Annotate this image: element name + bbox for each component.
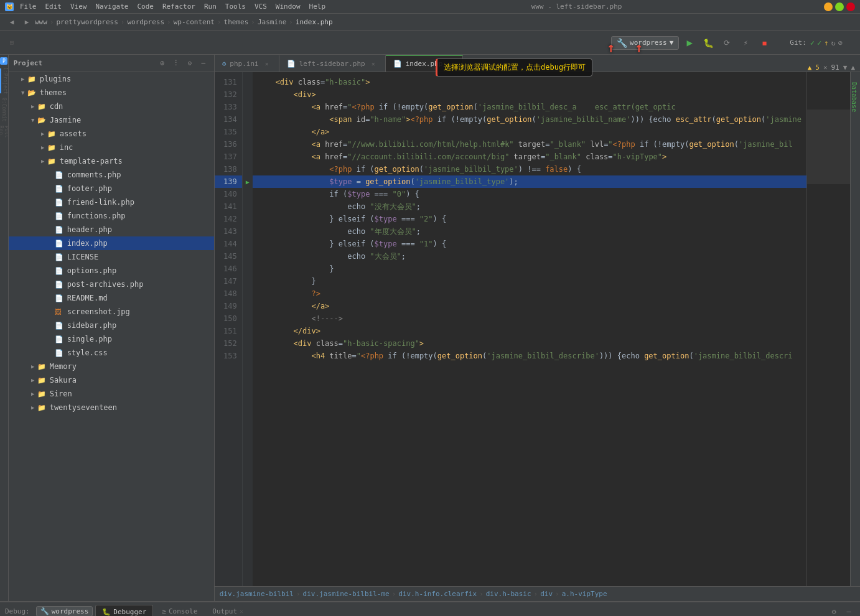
code-content[interactable]: <div class="h-basic"> <div> <a href="<?p… [253, 72, 806, 586]
bc-a-viptype[interactable]: a.h-vipType [562, 590, 607, 598]
tree-item-siren[interactable]: ▶ 📁 Siren [9, 387, 214, 401]
run-button[interactable]: ▶ [681, 35, 698, 51]
tree-item-functions[interactable]: 📄 functions.php [9, 209, 214, 223]
tree-item-header[interactable]: 📄 header.php [9, 223, 214, 236]
git-stop[interactable]: ⊘ [838, 39, 843, 47]
tree-item-style[interactable]: 📄 style.css [9, 346, 214, 360]
git-arrow2[interactable]: ↻ [831, 39, 836, 47]
nav-forward[interactable]: ▶ [20, 16, 34, 29]
bc-h-info[interactable]: div.h-info.clearfix [398, 590, 477, 598]
post-archives-file-icon: 📄 [55, 281, 65, 289]
bc-themes[interactable]: themes [224, 18, 249, 26]
nav-back[interactable]: ◀ [5, 16, 19, 29]
tree-item-post-archives[interactable]: 📄 post-archives.php [9, 278, 214, 291]
stop-button[interactable]: ◼ [756, 35, 772, 51]
tree-item-index[interactable]: 📄 index.php [9, 236, 214, 250]
menu-edit[interactable]: Edit [42, 1, 66, 12]
phpini-tab-close[interactable]: ✕ [263, 59, 271, 68]
bc-www[interactable]: www [35, 18, 47, 26]
menu-file[interactable]: File [16, 1, 40, 12]
menu-run[interactable]: Run [200, 1, 220, 12]
ln-153: 153 [215, 350, 242, 362]
debug-config-selector[interactable]: 🔧 wordpress [36, 606, 93, 616]
tree-item-template-parts[interactable]: ▶ 📁 template-parts [9, 154, 214, 168]
tree-item-friend-link[interactable]: 📄 friend-link.php [9, 195, 214, 209]
activity-project-label[interactable]: 1:Project [0, 68, 7, 93]
git-arrow[interactable]: ↑ [824, 39, 828, 47]
debug-button[interactable]: 🐛 [700, 35, 716, 51]
output-tab-close[interactable]: ✕ [240, 608, 243, 615]
menu-navigate[interactable]: Navigate [92, 1, 133, 12]
tree-item-screenshot[interactable]: 🖼 screenshot.jpg [9, 305, 214, 319]
coverage-button[interactable]: ⟳ [719, 35, 735, 51]
tree-item-cdn[interactable]: ▶ 📁 cdn [9, 100, 214, 113]
debug-tab-console[interactable]: ≥ Console [156, 605, 203, 616]
menu-window[interactable]: Window [272, 1, 304, 12]
tree-item-footer[interactable]: 📄 footer.php [9, 182, 214, 195]
tab-phpini[interactable]: ⚙ php.ini ✕ [215, 55, 279, 72]
license-label: LICENSE [67, 253, 99, 261]
activity-pull[interactable]: Pull Req... [0, 121, 7, 146]
tab-index[interactable]: 📄 index.php ✕ [386, 55, 464, 72]
tree-item-readme[interactable]: 📄 README.md [9, 291, 214, 305]
menu-view[interactable]: View [67, 1, 91, 12]
bc-wordpress[interactable]: wordpress [127, 18, 164, 26]
code-line-145: echo "大会员"; [258, 250, 802, 263]
minimap[interactable] [806, 72, 850, 586]
tree-item-single[interactable]: 📄 single.php [9, 332, 214, 346]
profile-button[interactable]: ⚡ [737, 35, 754, 51]
bc-jasmine-bilbil-me[interactable]: div.jasmine-bilbil-me [303, 590, 390, 598]
debug-close-btn[interactable]: – [843, 605, 855, 617]
git-check1[interactable]: ✓ [810, 39, 815, 47]
activity-project[interactable]: P [0, 57, 7, 65]
ln-143: 143 [215, 225, 242, 238]
bc-h-basic[interactable]: div.h-basic [486, 590, 531, 598]
tree-item-inc[interactable]: ▶ 📁 inc [9, 141, 214, 154]
tree-item-memory[interactable]: ▶ 📁 Memory [9, 360, 214, 373]
tree-options-btn[interactable]: ⋮ [171, 58, 182, 69]
functions-label: functions.php [67, 212, 126, 220]
close-button[interactable]: ✕ [846, 2, 855, 11]
bc-div[interactable]: div [540, 590, 553, 598]
caret-down[interactable]: ▼ [843, 63, 848, 72]
menu-refactor[interactable]: Refactor [159, 1, 199, 12]
maximize-button[interactable]: □ [835, 2, 844, 11]
tree-item-plugins[interactable]: ▶ 📁 plugins [9, 72, 214, 86]
menu-tools[interactable]: Tools [222, 1, 250, 12]
tree-item-jasmine[interactable]: ▼ 📂 Jasmine [9, 113, 214, 127]
code-line-136: <a href="//www.bilibili.com/html/help.ht… [258, 138, 802, 151]
bc-jasmine-bilbil[interactable]: div.jasmine-bilbil [220, 590, 294, 598]
left-sidebar-tab-close[interactable]: ✕ [369, 59, 378, 68]
menu-vcs[interactable]: VCS [251, 1, 271, 12]
tree-add-btn[interactable]: ⊕ [157, 58, 168, 69]
debug-tab-debugger[interactable]: 🐛 Debugger [95, 605, 153, 617]
tree-item-sidebar[interactable]: 📄 sidebar.php [9, 319, 214, 332]
minimize-button[interactable]: ─ [824, 2, 833, 11]
tree-item-license[interactable]: 📄 LICENSE [9, 250, 214, 264]
menu-code[interactable]: Code [133, 1, 157, 12]
bc-wp-content[interactable]: wp-content [174, 18, 215, 26]
run-config-selector[interactable]: 🔧 wordpress ▼ [611, 36, 679, 50]
toolbar-nav1[interactable]: ⊞ [5, 36, 19, 50]
tree-item-assets[interactable]: ▶ 📁 assets [9, 127, 214, 141]
ln-132: 132 [215, 88, 242, 101]
code-editor: 131 132 133 134 135 136 137 138 139 140 … [215, 72, 860, 586]
tab-left-sidebar[interactable]: 📄 left-sidebar.php ✕ [279, 55, 386, 72]
git-check2[interactable]: ✓ [817, 39, 821, 47]
bc-index[interactable]: index.php [296, 18, 333, 26]
tree-item-twentyseventeen[interactable]: ▶ 📁 twentyseventeen [9, 401, 214, 414]
tree-item-options[interactable]: 📄 options.php [9, 264, 214, 278]
index-tab-close[interactable]: ✕ [446, 60, 455, 68]
debug-tab-output[interactable]: Output ✕ [206, 605, 250, 616]
tree-item-comments[interactable]: 📄 comments.php [9, 168, 214, 182]
bc-jasmine[interactable]: Jasmine [258, 18, 286, 26]
activity-commit[interactable]: 0:Commit [0, 95, 7, 119]
debug-settings-btn[interactable]: ⚙ [828, 605, 840, 617]
tree-item-themes[interactable]: ▼ 📂 themes [9, 86, 214, 100]
tree-settings-btn[interactable]: ⚙ [184, 58, 195, 69]
menu-help[interactable]: Help [306, 1, 330, 12]
caret-up[interactable]: ▲ [851, 63, 855, 72]
tree-collapse-btn[interactable]: – [198, 58, 209, 69]
tree-item-sakura[interactable]: ▶ 📁 Sakura [9, 373, 214, 387]
bc-prettywordpress[interactable]: prettywordpress [57, 18, 118, 26]
